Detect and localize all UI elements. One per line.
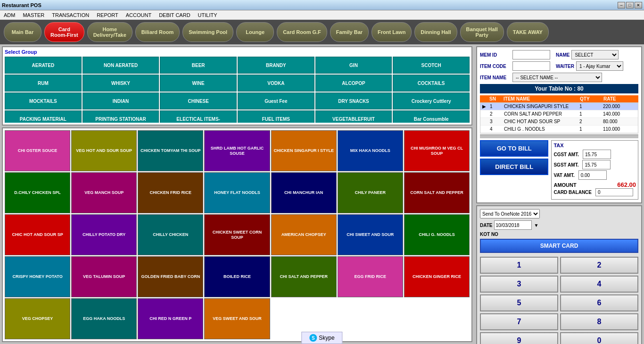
date-input[interactable] [494, 220, 532, 230]
num-6-button[interactable]: 6 [560, 294, 638, 311]
item-chi-oster-souce[interactable]: CHI OSTER SOUCE [5, 130, 70, 171]
menu-transaction[interactable]: TRANSACTION [52, 12, 89, 18]
order-row[interactable]: 3 CHIC HOT AND SOUR SP 2 80.000 [480, 118, 638, 126]
item-honey-flat[interactable]: HONEY FLAT NOODLS [204, 172, 270, 213]
go-to-bill-button[interactable]: GO TO BILL [480, 140, 548, 157]
group-item[interactable]: Bar Consumble [393, 110, 470, 123]
card-balance-input[interactable] [595, 188, 633, 196]
item-boiled-rice[interactable]: BOILED RICE [204, 256, 270, 297]
num-8-button[interactable]: 8 [560, 313, 638, 330]
item-chilly-potato[interactable]: CHILLY POTATO DRY [71, 214, 137, 255]
waiter-select[interactable]: 1 - Ajay Kumar [576, 61, 623, 71]
item-egg-frid-rice[interactable]: EGG FRID RICE [338, 256, 403, 297]
item-chi-red-green[interactable]: CHI RED N GREEN P [138, 298, 203, 339]
minimize-button[interactable]: – [618, 2, 625, 8]
group-item[interactable]: VEGETABLEFRUIT [315, 110, 392, 123]
group-item[interactable]: Guest Fee [238, 92, 314, 109]
nav-front-lawn[interactable]: Front Lawn [372, 22, 412, 42]
dropdown-icon[interactable]: ▼ [534, 223, 538, 228]
num-2-button[interactable]: 2 [560, 257, 638, 274]
nav-dinning-hall[interactable]: Dinning Hall [414, 22, 457, 42]
group-item[interactable]: COCKTAILS [393, 75, 470, 92]
num-4-button[interactable]: 4 [560, 276, 638, 293]
num-7-button[interactable]: 7 [480, 313, 558, 330]
menu-utility[interactable]: UTILITY [198, 12, 217, 18]
num-3-button[interactable]: 3 [480, 276, 558, 293]
item-code-input[interactable] [512, 61, 550, 71]
item-chi-sweet-sour[interactable]: CHI SWEET AND SOUR [338, 214, 403, 255]
group-item[interactable]: INDIAN [83, 92, 159, 109]
item-chili-noodls[interactable]: CHILI G. NOODLS [404, 214, 470, 255]
num-1-button[interactable]: 1 [480, 257, 558, 274]
group-item[interactable]: AERATED [5, 57, 82, 74]
menu-report[interactable]: REPORT [97, 12, 118, 18]
item-corn-salt-pepper[interactable]: CORN SALT AND PEPPER [404, 172, 470, 213]
group-item[interactable]: ELECTICAL ITEMS- [160, 110, 237, 123]
cgst-input[interactable] [583, 150, 611, 159]
menu-account[interactable]: ACCOUNT [126, 12, 151, 18]
nav-swimming-pool[interactable]: Swimming Pool [182, 22, 233, 42]
item-chic-hot-sour[interactable]: CHIC HOT AND SOUR SP [5, 214, 70, 255]
item-egg-haka[interactable]: EGG HAKA NOODLS [71, 298, 137, 339]
nav-home-delivery[interactable]: HomeDelivery/Take [87, 22, 132, 42]
item-chicken-tomyam[interactable]: CHICKEN TOMYAM THI SOUP [138, 130, 203, 171]
group-item[interactable]: MOCKTAILS [5, 92, 82, 109]
direct-bill-button[interactable]: DIRECT BILL [480, 159, 548, 175]
group-item[interactable]: NON AERATED [83, 57, 159, 74]
group-item[interactable]: PRINTING STATIONAR [83, 110, 159, 123]
item-veg-chopsey[interactable]: VEG CHOPSEY [5, 298, 70, 339]
order-row[interactable]: ▶ 1 CHICKEN SINGAPURI STYLE 1 220.000 [480, 103, 638, 110]
nav-main-bar[interactable]: Main Bar [4, 22, 41, 42]
item-chicken-frid[interactable]: CHICKEN FRID RICE [138, 172, 203, 213]
close-window-button[interactable]: ✕ [635, 2, 642, 8]
item-chi-salt-pepper[interactable]: CHI SALT AND PEPPER [271, 256, 337, 297]
nav-biliard-room[interactable]: Biliard Room [135, 22, 180, 42]
item-chicken-ginger[interactable]: CHICKEN GINGER RICE [404, 256, 470, 297]
item-veg-hot-sour[interactable]: VEG HOT AND SOUR SOUP [71, 130, 137, 171]
nav-banquet-hall[interactable]: Banquet HallParty [460, 22, 504, 42]
item-american-chopsey[interactable]: AMERICAN CHOPSEY [271, 214, 337, 255]
group-item[interactable]: DRY SNACKS [315, 92, 392, 109]
group-item[interactable]: ALCOPOP [315, 75, 392, 92]
order-row[interactable]: 4 CHILI G . NOODLS 1 110.000 [480, 126, 638, 133]
menu-adm[interactable]: ADM [4, 12, 15, 18]
item-shrd-lamb[interactable]: SHRD LAMB HOT GARLIC SOUSE [204, 130, 270, 171]
maximize-button[interactable]: □ [626, 2, 634, 8]
group-item[interactable]: BEER [160, 57, 237, 74]
group-item[interactable]: FUEL ITEMS [238, 110, 314, 123]
send-to-select[interactable]: Send To OneNote 2016 [480, 209, 540, 218]
nav-card-room-first[interactable]: CardRoom-First [44, 22, 84, 42]
item-crispy-honey[interactable]: CRISPY HONEY POTATO [5, 256, 70, 297]
item-veg-sweet-sour[interactable]: VEG SWEET AND SOUR [204, 298, 270, 339]
item-chilly-chicken[interactable]: CHILLY CHICKEN [138, 214, 203, 255]
menu-master[interactable]: MASTER [23, 12, 44, 18]
group-item[interactable]: BRANDY [238, 57, 314, 74]
group-item[interactable]: CHINESE [160, 92, 237, 109]
item-veg-manch[interactable]: VEG MANCH SOUP [71, 172, 137, 213]
item-golden-fried[interactable]: GOLDEN FRIED BABY CORN [138, 256, 203, 297]
group-item[interactable]: RUM [5, 75, 82, 92]
item-name-select[interactable]: -- SELECT NAME -- [512, 73, 602, 82]
order-row[interactable]: 2 CORN SALT AND PEPPER 1 140.000 [480, 110, 638, 118]
num-5-button[interactable]: 5 [480, 294, 558, 311]
group-item[interactable]: GIN [315, 57, 392, 74]
num-9-button[interactable]: 9 [480, 332, 558, 344]
item-chily-paneer[interactable]: CHILY PANEER [338, 172, 403, 213]
nav-card-room-gf[interactable]: Card Room G.F [277, 22, 327, 42]
group-item[interactable]: PACKING MATERIAL [5, 110, 82, 123]
group-item[interactable]: VODKA [238, 75, 314, 92]
item-chi-mushroom[interactable]: CHI MUSHROO M VEG CL SOUP [404, 130, 470, 171]
vat-input[interactable] [578, 170, 607, 180]
mem-id-input[interactable] [512, 50, 550, 59]
group-item[interactable]: SCOTCH [393, 57, 470, 74]
skype-bar[interactable]: S Skype [301, 332, 342, 344]
item-dchily-chicken[interactable]: D.CHILY CHICKEN SPL [5, 172, 70, 213]
menu-debit-card[interactable]: DEBIT CARD [159, 12, 190, 18]
item-chicken-sweet-corn[interactable]: CHICKEN SWEET CORN SOUP [204, 214, 270, 255]
item-mix-haka[interactable]: MIX HAKA NOODLS [338, 130, 403, 171]
group-item[interactable]: WHISKY [83, 75, 159, 92]
item-chicken-singapur[interactable]: CHICKEN SINGAPUR I STYLE [271, 130, 337, 171]
group-item[interactable]: WINE [160, 75, 237, 92]
group-item[interactable]: Crockery Cuttlery [393, 92, 470, 109]
name-select[interactable]: SELECT [571, 50, 619, 59]
